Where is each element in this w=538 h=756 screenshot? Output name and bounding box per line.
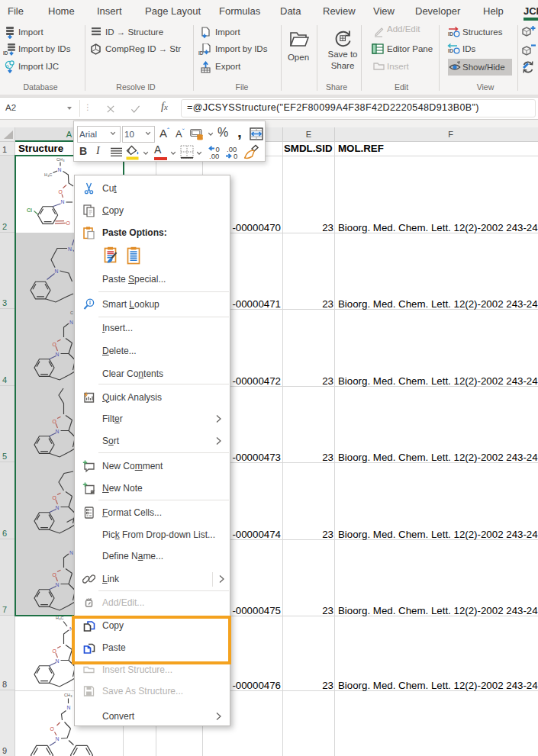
svg-text:ID: ID [448,31,453,37]
svg-text:ID: ID [3,50,8,56]
svg-text:ID: ID [198,50,204,56]
svg-text:3: 3 [63,159,65,162]
svg-text:ID: ID [448,48,453,53]
svg-text:O: O [50,726,54,732]
svg-text:Cl: Cl [27,207,32,213]
svg-text:O: O [66,220,70,226]
svg-text:N: N [61,199,65,204]
svg-text:N: N [67,705,71,710]
svg-text:N: N [56,736,60,742]
svg-text:C: C [49,172,52,177]
svg-text:C: C [60,616,63,620]
svg-text:N: N [55,269,59,274]
svg-text:.00: .00 [209,152,219,159]
svg-text:CH: CH [64,693,70,697]
svg-text:C: C [70,310,73,315]
svg-text:N: N [58,167,62,172]
svg-text:CH: CH [56,157,63,162]
svg-text:3: 3 [70,694,72,698]
svg-text:O: O [59,189,63,195]
svg-text:0: 0 [234,152,237,159]
svg-text:N: N [68,246,72,252]
